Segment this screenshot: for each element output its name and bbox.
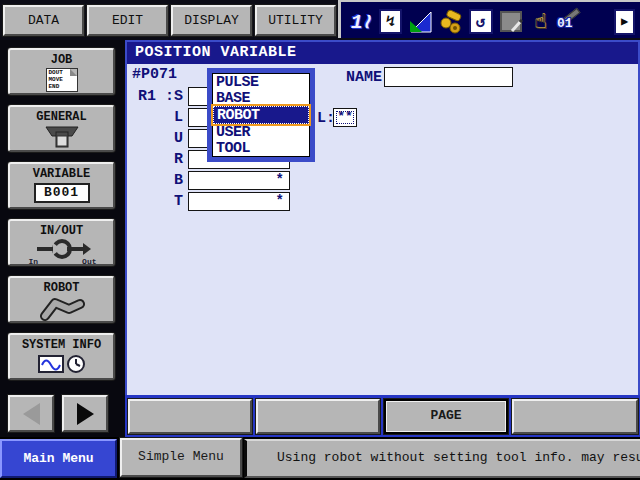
job-icon-line: END [49,83,77,90]
variable-icon-text: B001 [44,185,79,200]
axis-label-r: R [127,151,183,168]
sidebar-item-variable[interactable]: VARIABLE B001 [8,162,115,209]
dropdown-option-base[interactable]: BASE [213,90,309,106]
tool-number-icon: 01 [555,8,582,35]
dropdown-option-tool[interactable]: TOOL [213,140,309,156]
page-next-button[interactable] [62,395,108,432]
name-input[interactable] [384,67,513,87]
sidebar-general-label: GENERAL [10,110,113,124]
variable-type-list: PULSE BASE ROBOT USER TOOL [212,73,310,157]
sidebar-robot-label: ROBOT [10,281,113,295]
sidebar-item-inout[interactable]: IN/OUT In Out [8,219,115,266]
softkey-2[interactable] [256,399,380,434]
menu-data[interactable]: DATA [3,5,84,36]
axis-label-t: T [127,193,183,210]
speed-icon [407,8,434,35]
inout-out-label: Out [82,257,96,266]
menu-display[interactable]: DISPLAY [171,5,252,36]
softkey-1[interactable] [128,399,252,434]
robot-arm-icon [37,295,87,321]
sidebar-inout-label: IN/OUT [10,224,113,238]
panel-title: POSITION VARIABLE [127,42,638,64]
hand-teach-icon: ☝ [527,8,554,35]
tool-number-text: 01 [557,16,573,31]
job-content-icon: ↯ [377,8,404,35]
sidebar-job-label: JOB [10,53,113,67]
variable-register-icon: B001 [34,183,90,203]
sidebar-system-info-label: SYSTEM INFO [10,338,113,352]
dropdown-option-user[interactable]: USER [213,124,309,140]
status-message-bar: Using robot without setting tool info. m… [244,439,640,478]
sidebar-item-robot[interactable]: ROBOT [8,276,115,323]
simple-menu-label: Simple Menu [138,449,224,464]
sidebar-item-job[interactable]: JOB DOUT MOVE END [8,48,115,95]
cycle-icon: ↺ [467,8,494,35]
axis-field-t[interactable]: * [188,192,290,211]
axis-field-b[interactable]: * [188,171,290,190]
main-menu-label: Main Menu [23,451,93,466]
menu-utility-label: UTILITY [268,13,323,28]
menu-edit[interactable]: EDIT [87,5,168,36]
inout-in-label: In [29,257,39,266]
menu-utility[interactable]: UTILITY [255,5,336,36]
axis-value-t: * [189,193,289,210]
axis-label-u: U [127,130,183,147]
cycle-mode-icon: 1≀ [347,8,374,35]
variable-type-dropdown: PULSE BASE ROBOT USER TOOL [207,68,315,162]
sidebar-variable-label: VARIABLE [10,167,113,181]
servo-icon [437,8,464,35]
edit-screen-icon [497,8,524,35]
system-info-icon [10,354,113,374]
job-icon-line: MOVE [49,76,77,83]
sidebar-item-general[interactable]: GENERAL [8,105,115,152]
in-out-icon: In Out [23,238,101,266]
axis-label-b: B [127,172,183,189]
status-icon-strip: 1≀ ↯ ↺ ☝ [338,0,640,38]
menu-data-label: DATA [28,13,59,28]
simple-menu-tab[interactable]: Simple Menu [120,438,242,477]
softkey-page[interactable]: PAGE [384,399,508,434]
job-icon-line: DOUT [49,69,77,76]
menu-edit-label: EDIT [112,13,143,28]
axis-label-l: L [127,109,183,126]
prev-arrow-icon [23,403,40,425]
general-tool-icon [41,124,83,150]
next-arrow-icon [77,403,94,425]
top-menu-bar: DATA EDIT DISPLAY UTILITY 1≀ ↯ ↺ [0,0,640,40]
variable-id-label: #P071 [132,66,177,83]
sidebar-item-system-info[interactable]: SYSTEM INFO [8,333,115,380]
axis-label-s: R1 :S [127,88,183,105]
page-prev-button[interactable] [8,395,54,432]
job-document-icon: DOUT MOVE END [46,68,78,92]
softkey-page-label: PAGE [430,408,461,423]
status-message-text: Using robot without setting tool info. m… [277,450,640,465]
panel-title-text: POSITION VARIABLE [135,44,297,61]
dropdown-option-pulse[interactable]: PULSE [213,74,309,90]
main-menu-tab[interactable]: Main Menu [0,439,117,478]
menu-display-label: DISPLAY [184,13,239,28]
dropdown-option-robot[interactable]: ROBOT [213,106,309,124]
softkey-4[interactable] [512,399,638,434]
tool-number-field[interactable]: ** [333,108,357,127]
page-next-icon[interactable]: ▶ [611,8,638,35]
name-label: NAME [346,69,382,86]
tool-number-value: ** [337,109,353,124]
axis-value-b: * [189,172,289,189]
